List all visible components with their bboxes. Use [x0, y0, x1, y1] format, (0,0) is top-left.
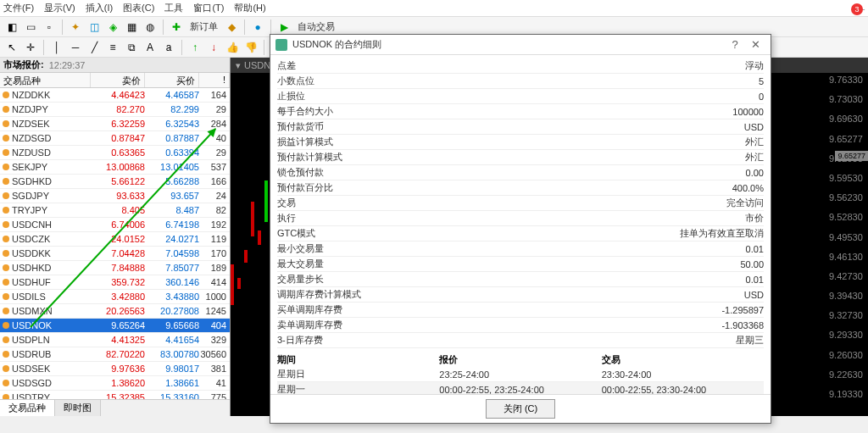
spec-key: 最大交易量 — [277, 258, 740, 270]
market-watch-row[interactable]: NZDSEK6.322596.32543284 — [0, 117, 230, 131]
market-watch-row[interactable]: USDCNH6.740066.74198192 — [0, 218, 230, 232]
spec-value: 0 — [759, 92, 764, 102]
sched-quote: 00:00-22:55, 23:25-24:00 — [439, 385, 601, 395]
tab-tick-chart[interactable]: 即时图 — [55, 400, 101, 416]
symbol-spread: 41 — [199, 378, 230, 388]
symbol-ask: 3.43880 — [145, 291, 199, 302]
symbol-spread: 170 — [199, 248, 230, 258]
symbol-name: USDCZK — [12, 234, 91, 244]
market-watch-row[interactable]: USDMXN20.2656320.278081245 — [0, 304, 230, 319]
symbol-bid: 0.87847 — [91, 133, 145, 143]
symbol-spread: 381 — [199, 364, 230, 374]
dialog-close-ok-button[interactable]: 关闭 (C) — [486, 399, 555, 419]
text-icon[interactable]: A — [142, 39, 159, 56]
market-watch-row[interactable]: USDHUF359.732360.146414 — [0, 275, 230, 290]
col-ask[interactable]: 买价 — [145, 73, 199, 87]
col-bid[interactable]: 卖价 — [91, 73, 145, 87]
symbol-name: USDILS — [12, 291, 91, 302]
data-window-icon[interactable]: ◫ — [86, 19, 103, 36]
symbol-ask: 1.38661 — [145, 378, 199, 388]
new-order-button[interactable]: 新订单 — [186, 20, 221, 33]
market-watch-row[interactable]: USDILS3.428803.438801000 — [0, 290, 230, 304]
candle — [251, 202, 254, 236]
market-watch-row[interactable]: USDHKD7.848887.85077189 — [0, 261, 230, 275]
vline-icon[interactable]: │ — [48, 39, 65, 56]
symbol-ask: 13.01405 — [145, 162, 199, 172]
yaxis-label: 9.52830 — [829, 212, 868, 222]
autotrade-button[interactable]: 自动交易 — [294, 20, 338, 33]
symbol-name: NZDDKK — [12, 90, 91, 100]
symbol-ask: 82.299 — [145, 104, 199, 114]
menu-view[interactable]: 显示(V) — [44, 2, 75, 14]
symbol-name: SEKJPY — [12, 162, 91, 172]
menu-window[interactable]: 窗口(T) — [193, 2, 224, 14]
arrow-up-icon[interactable]: ↑ — [186, 39, 203, 56]
sched-day: 星期日 — [277, 368, 439, 380]
market-watch-row[interactable]: USDRUB82.7022083.0078030560 — [0, 347, 230, 362]
hline-icon[interactable]: ─ — [67, 39, 84, 56]
dialog-close-button[interactable]: ✕ — [745, 38, 765, 51]
dialog-help-button[interactable]: ? — [725, 38, 745, 51]
spec-value: 50.00 — [740, 259, 764, 269]
market-watch-icon[interactable]: ✦ — [67, 19, 84, 36]
market-watch-row[interactable]: USDSGD1.386201.3866141 — [0, 376, 230, 391]
tester-icon[interactable]: ◍ — [142, 19, 159, 36]
market-watch-row[interactable]: USDDKK7.044287.04598170 — [0, 247, 230, 261]
channel-icon[interactable]: ≡ — [104, 39, 121, 56]
symbol-bid: 82.270 — [91, 104, 145, 114]
market-watch-row[interactable]: USDPLN4.413254.41654329 — [0, 333, 230, 347]
expert-icon[interactable]: ◆ — [223, 19, 240, 36]
symbol-bid: 4.41325 — [91, 335, 145, 345]
symbol-name: NZDSEK — [12, 119, 91, 129]
symbol-bid: 359.732 — [91, 277, 145, 287]
spec-key: 损益计算模式 — [277, 136, 745, 148]
crosshair-icon[interactable]: ✛ — [22, 39, 39, 56]
market-watch-row[interactable]: NZDDKK4.464234.46587164 — [0, 88, 230, 103]
yaxis-label: 9.29330 — [829, 330, 868, 340]
menu-file[interactable]: 文件(F) — [3, 2, 34, 14]
spec-value: 完全访问 — [726, 197, 764, 209]
tab-symbols[interactable]: 交易品种 — [0, 400, 55, 416]
label-icon[interactable]: a — [160, 39, 177, 56]
thumbs-down-icon[interactable]: 👎 — [242, 39, 259, 56]
menu-help[interactable]: 帮助(H) — [234, 2, 265, 14]
yaxis-label: 9.19330 — [829, 389, 868, 399]
symbol-name: USDHUF — [12, 277, 91, 287]
dialog-titlebar[interactable]: USDNOK 的合约细则 ? ✕ — [270, 35, 771, 55]
market-watch-row[interactable]: USDTRY15.3238515.33160775 — [0, 391, 230, 399]
menu-insert[interactable]: 插入(I) — [86, 2, 113, 14]
autotrade-icon[interactable]: ▶ — [275, 19, 292, 36]
market-watch-time: 12:29:37 — [49, 60, 86, 70]
cursor-icon[interactable]: ↖ — [3, 39, 20, 56]
arrow-down-icon[interactable]: ↓ — [205, 39, 222, 56]
trendline-icon[interactable]: ╱ — [86, 39, 103, 56]
market-watch-row[interactable]: USDSEK9.976369.98017381 — [0, 362, 230, 376]
spec-row: 每手合约大小100000 — [277, 104, 764, 119]
new-order-icon[interactable]: ✚ — [168, 19, 185, 36]
new-chart-icon[interactable]: ◧ — [3, 19, 20, 36]
save-icon[interactable]: ▫ — [41, 19, 58, 36]
market-watch-row[interactable]: NZDJPY82.27082.29929 — [0, 103, 230, 117]
market-watch-row[interactable]: TRYJPY8.4058.48782 — [0, 203, 230, 218]
symbol-ask: 83.00780 — [145, 349, 199, 359]
signals-icon[interactable]: ● — [249, 19, 266, 36]
market-watch-row[interactable]: SEKJPY13.0086813.01405537 — [0, 160, 230, 175]
col-extra[interactable]: ! — [199, 73, 230, 87]
market-watch-row[interactable]: NZDSGD0.878470.8788740 — [0, 131, 230, 146]
navigator-icon[interactable]: ◈ — [104, 19, 121, 36]
col-symbol[interactable]: 交易品种 — [0, 73, 91, 87]
fibo-icon[interactable]: ⧉ — [123, 39, 140, 56]
market-watch-row[interactable]: SGDHKD5.661225.66288166 — [0, 175, 230, 189]
symbol-name: USDRUB — [12, 349, 91, 359]
symbol-dot-icon — [3, 264, 9, 271]
menu-chart[interactable]: 图表(C) — [123, 2, 154, 14]
menu-tools[interactable]: 工具 — [164, 2, 183, 14]
market-watch-row[interactable]: SGDJPY93.63393.65724 — [0, 189, 230, 203]
spec-row: GTC模式挂单为有效直至取消 — [277, 226, 764, 241]
profile-icon[interactable]: ▭ — [22, 19, 39, 36]
notification-badge[interactable]: 3 — [851, 3, 863, 15]
terminal-icon[interactable]: ▦ — [123, 19, 140, 36]
spec-row: 执行市价 — [277, 211, 764, 226]
thumbs-up-icon[interactable]: 👍 — [224, 39, 241, 56]
symbol-dot-icon — [3, 120, 9, 127]
